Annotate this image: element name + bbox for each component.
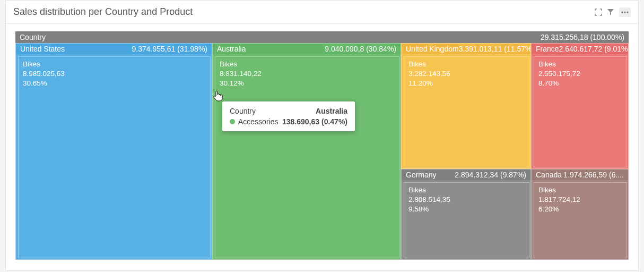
country-value: 9.040.090,8 (30.84%) (325, 45, 396, 53)
product-value: 2.808.514,35 (408, 195, 525, 205)
tooltip-series-value: 138.690,63 (0.47%) (282, 117, 347, 126)
country-label: Germany (406, 171, 437, 179)
treemap[interactable]: Country 29.315.256,18 (100.00%) United S… (15, 31, 629, 260)
cell-header-uk: United Kingdom 3.391.013,11 (11.57%) (402, 44, 530, 54)
cell-header-fr: France 2.640.617,72 (9.01%) (532, 44, 628, 54)
country-value: 2.640.617,72 (9.01%) (559, 45, 629, 53)
card-title: Sales distribution per Country and Produ… (13, 6, 193, 18)
treemap-cell-fr[interactable]: France 2.640.617,72 (9.01%) Bikes 2.550.… (531, 43, 629, 169)
country-label: United Kingdom (406, 45, 459, 53)
svg-point-2 (626, 11, 628, 13)
product-value: 3.282.143,56 (408, 69, 525, 79)
product-label: Bikes (408, 185, 525, 195)
chart-tooltip: Country Australia Accessories 138.690,63… (222, 101, 355, 131)
product-pct: 9.58% (408, 205, 525, 214)
tooltip-series-label: Accessories (238, 117, 278, 126)
country-label: France (536, 45, 559, 53)
product-pct: 11.20% (408, 79, 525, 88)
card-header: Sales distribution per Country and Produ… (6, 1, 638, 24)
more-menu-button[interactable] (619, 7, 631, 17)
root-dimension-label: Country (20, 33, 46, 41)
cell-header-us: United States 9.374.955,61 (31.98%) (16, 44, 212, 54)
cell-header-ca: Canada 1.974.266,59 (6.... (532, 169, 628, 180)
product-value: 2.550.175,72 (538, 69, 622, 79)
treemap-cell-us[interactable]: United States 9.374.955,61 (31.98%) Bike… (15, 43, 212, 260)
header-actions (595, 7, 631, 17)
product-label: Bikes (538, 185, 622, 195)
product-value: 8.985.025,63 (23, 69, 206, 79)
cell-header-au: Australia 9.040.090,8 (30.84%) (213, 44, 401, 54)
cell-header-de: Germany 2.894.312,34 (9.87%) (402, 169, 530, 180)
tooltip-swatch-icon (230, 119, 235, 124)
treemap-leaf-au-bikes[interactable]: Bikes 8.831.140,22 30.12% (215, 56, 399, 258)
svg-point-1 (624, 11, 625, 13)
country-label: United States (20, 45, 65, 53)
treemap-leaf-de-bikes[interactable]: Bikes 2.808.514,35 9.58% (404, 182, 529, 258)
product-pct: 8.70% (538, 79, 622, 88)
treemap-leaf-us-bikes[interactable]: Bikes 8.985.025,63 30.65% (18, 56, 211, 258)
treemap-cell-de[interactable]: Germany 2.894.312,34 (9.87%) Bikes 2.808… (401, 169, 531, 260)
product-pct: 30.12% (220, 79, 395, 88)
treemap-leaf-ca-bikes[interactable]: Bikes 1.817.724,12 6.20% (534, 182, 627, 258)
widget-card: Sales distribution per Country and Produ… (5, 0, 639, 271)
product-value: 1.817.724,12 (538, 195, 622, 205)
svg-point-0 (621, 11, 623, 13)
product-value: 8.831.140,22 (220, 69, 395, 79)
country-label: Canada (536, 171, 562, 179)
country-value: 9.374.955,61 (31.98%) (132, 45, 207, 53)
product-label: Bikes (538, 60, 622, 69)
product-label: Bikes (23, 60, 206, 69)
product-pct: 30.65% (23, 79, 206, 88)
treemap-cell-ca[interactable]: Canada 1.974.266,59 (6.... Bikes 1.817.7… (531, 169, 629, 260)
product-pct: 6.20% (538, 205, 622, 214)
country-value: 1.974.266,59 (6.... (563, 171, 624, 179)
filter-icon[interactable] (607, 8, 614, 16)
country-value: 3.391.013,11 (11.57%) (459, 45, 531, 53)
treemap-root-header[interactable]: Country 29.315.256,18 (100.00%) (15, 31, 629, 43)
product-label: Bikes (408, 60, 525, 69)
treemap-cell-uk[interactable]: United Kingdom 3.391.013,11 (11.57%) Bik… (401, 43, 531, 169)
treemap-cell-au[interactable]: Australia 9.040.090,8 (30.84%) Bikes 8.8… (212, 43, 401, 260)
fullscreen-icon[interactable] (595, 8, 602, 16)
tooltip-dim-label: Country (230, 107, 256, 115)
treemap-leaf-fr-bikes[interactable]: Bikes 2.550.175,72 8.70% (534, 56, 627, 167)
country-label: Australia (217, 45, 246, 53)
country-value: 2.894.312,34 (9.87%) (455, 171, 526, 179)
treemap-body: United States 9.374.955,61 (31.98%) Bike… (15, 43, 629, 260)
root-total: 29.315.256,18 (100.00%) (541, 33, 624, 41)
treemap-leaf-uk-bikes[interactable]: Bikes 3.282.143,56 11.20% (404, 56, 529, 167)
product-label: Bikes (220, 60, 395, 69)
tooltip-dim-value: Australia (316, 107, 347, 115)
